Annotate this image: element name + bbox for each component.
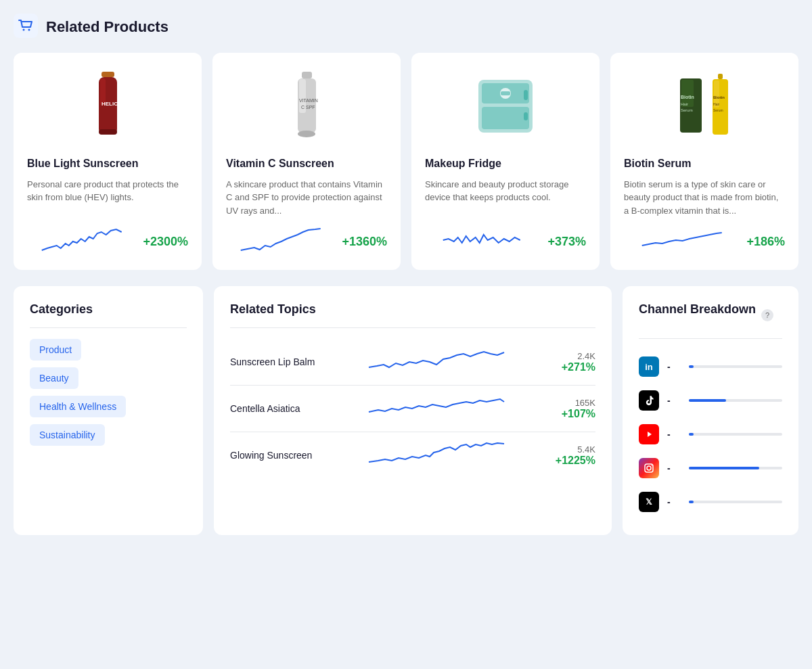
trend-pct-0: +2300% [143, 235, 188, 249]
product-name-0: Blue Light Sunscreen [27, 157, 188, 171]
svg-text:Hair: Hair [681, 102, 688, 106]
product-desc-2: Skincare and beauty product storage devi… [425, 178, 586, 218]
product-desc-0: Personal care product that protects the … [27, 178, 188, 218]
svg-text:C SPF: C SPF [301, 105, 315, 110]
topic-row-1: Centella Asiatica 165K +107% [230, 386, 595, 432]
channel-dash-linkedin: - [667, 361, 681, 372]
channel-bar-instagram [689, 467, 759, 469]
channel-bar-container-tiktok [689, 399, 782, 402]
channel-row-twitter: 𝕏 - [639, 485, 782, 519]
product-image-area-3: Biotin Hair Serum Biotin Hair Serum [624, 66, 785, 147]
channel-bar-tiktok [689, 399, 726, 402]
section-header: Related Products [14, 14, 798, 41]
trend-pct-2: +373% [547, 235, 586, 249]
bottom-row: Categories Product Beauty Health & Welln… [14, 286, 798, 535]
page-container: Related Products HELIO Blue Light Sunscr… [14, 14, 798, 535]
svg-text:Biotin: Biotin [681, 95, 694, 99]
category-tag-1[interactable]: Beauty [30, 367, 78, 389]
topic-name-0: Sunscreen Lip Balm [230, 356, 338, 367]
topic-pct-1: +107% [562, 408, 595, 419]
product-name-3: Biotin Serum [624, 157, 785, 171]
topic-stats-2: 5.4K +1225% [535, 444, 595, 467]
svg-text:Hair: Hair [713, 102, 720, 106]
sparkline-1 [226, 227, 336, 256]
sparkline-0 [27, 227, 137, 256]
topic-count-1: 165K [535, 398, 595, 408]
svg-text:HELIO: HELIO [102, 101, 118, 107]
instagram-icon [639, 458, 659, 478]
linkedin-icon: in [639, 356, 659, 377]
channel-dash-twitter: - [667, 497, 681, 507]
channel-bar-container-youtube [689, 433, 782, 436]
cart-icon [14, 14, 38, 41]
trend-pct-1: +1360% [342, 235, 387, 249]
categories-card: Categories Product Beauty Health & Welln… [14, 286, 203, 535]
svg-rect-8 [302, 72, 312, 78]
svg-point-11 [298, 131, 315, 137]
channel-card: Channel Breakdown ? in - - [623, 286, 798, 535]
channel-bar-container-instagram [689, 467, 782, 469]
sparkline-2 [425, 227, 542, 256]
svg-rect-18 [524, 112, 528, 120]
svg-point-35 [651, 465, 652, 466]
channel-dash-youtube: - [667, 429, 681, 440]
product-trend-1: +1360% [226, 227, 387, 256]
product-trend-0: +2300% [27, 227, 188, 256]
product-name-1: Vitamin C Sunscreen [226, 157, 387, 171]
topic-count-2: 5.4K [535, 444, 595, 455]
category-tag-2[interactable]: Health & Wellness [30, 396, 126, 417]
product-card-vitamin-c: VITAMIN C SPF Vitamin C Sunscreen A skin… [212, 53, 401, 270]
category-tag-3[interactable]: Sustainability [30, 424, 105, 446]
category-tags: Product Beauty Health & Wellness Sustain… [30, 339, 187, 446]
channel-bar-linkedin [689, 365, 694, 368]
svg-rect-16 [482, 107, 529, 129]
topics-divider [230, 327, 595, 328]
svg-rect-0 [14, 14, 38, 38]
topics-card: Related Topics Sunscreen Lip Balm 2.4K +… [214, 286, 612, 535]
channel-bar-container-linkedin [689, 365, 782, 368]
page-title: Related Products [46, 18, 168, 36]
topic-sparkline-0 [338, 348, 535, 375]
svg-point-1 [23, 29, 25, 31]
svg-rect-6 [99, 129, 117, 135]
topic-name-2: Glowing Sunscreen [230, 450, 338, 461]
topic-row-2: Glowing Sunscreen 5.4K +1225% [230, 432, 595, 478]
help-icon[interactable]: ? [761, 309, 773, 321]
product-card-biotin: Biotin Hair Serum Biotin Hair Serum Biot… [610, 53, 798, 270]
svg-point-34 [647, 466, 651, 470]
svg-rect-20 [501, 91, 510, 95]
channel-dash-tiktok: - [667, 395, 681, 406]
topic-sparkline-1 [338, 395, 535, 422]
product-image-area-2 [425, 66, 586, 147]
channel-row-tiktok: - [639, 384, 782, 417]
topic-pct-2: +1225% [556, 455, 595, 466]
channel-divider [639, 338, 782, 339]
channel-dash-instagram: - [667, 463, 681, 474]
channel-bar-container-twitter [689, 501, 782, 503]
product-card-blue-light: HELIO Blue Light Sunscreen Personal care… [14, 53, 202, 270]
categories-divider [30, 327, 187, 328]
topics-title: Related Topics [230, 302, 595, 317]
product-image-area-1: VITAMIN C SPF [226, 66, 387, 147]
channel-row-youtube: - [639, 417, 782, 451]
svg-text:Serum: Serum [713, 108, 723, 112]
product-desc-3: Biotin serum is a type of skin care or b… [624, 178, 785, 218]
svg-point-2 [28, 29, 30, 31]
topic-stats-0: 2.4K +271% [535, 351, 595, 373]
channel-title: Channel Breakdown [639, 302, 756, 317]
channel-bar-twitter [689, 501, 694, 503]
sparkline-3 [624, 227, 741, 256]
product-trend-2: +373% [425, 227, 586, 256]
topic-sparkline-2 [338, 442, 535, 469]
channel-header: Channel Breakdown ? [639, 302, 782, 327]
svg-text:Biotin: Biotin [713, 95, 725, 99]
categories-title: Categories [30, 302, 187, 317]
topic-pct-0: +271% [562, 361, 595, 373]
products-grid: HELIO Blue Light Sunscreen Personal care… [14, 53, 798, 270]
svg-rect-3 [102, 72, 114, 77]
product-trend-3: +186% [624, 227, 785, 256]
product-name-2: Makeup Fridge [425, 157, 586, 171]
trend-pct-3: +186% [746, 235, 785, 249]
channel-row-instagram: - [639, 451, 782, 485]
category-tag-0[interactable]: Product [30, 339, 81, 361]
